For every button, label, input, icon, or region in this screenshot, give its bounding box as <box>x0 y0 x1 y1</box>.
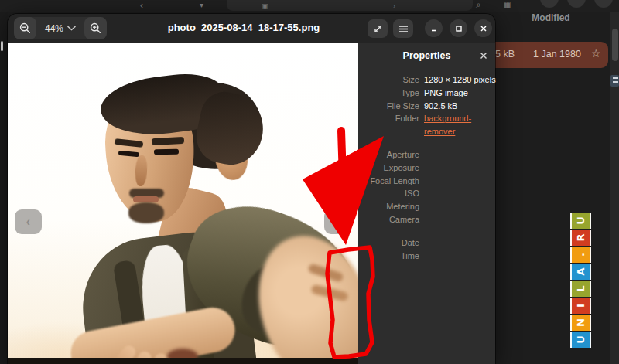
property-label: Size <box>363 73 419 87</box>
close-button[interactable] <box>474 19 492 37</box>
scrollbar-thumb[interactable] <box>612 29 618 61</box>
watermark-letter-block: U <box>570 213 591 229</box>
property-label: Camera <box>363 213 419 226</box>
main-menu-button[interactable] <box>393 19 413 38</box>
photo-canvas[interactable]: ‹ › <box>8 43 358 364</box>
property-label: ISO <box>363 187 419 200</box>
properties-group: DateTime <box>358 236 495 263</box>
minimize-button[interactable] <box>425 19 443 37</box>
partial-file-icon <box>610 75 619 87</box>
file-manager-toolbar: ‹ ▾ ▣ › ⌕ ▦ <box>0 0 619 12</box>
window-title: photo_2025-08-14_18-17-55.png <box>116 22 371 33</box>
watermark-letter: U <box>575 335 587 344</box>
close-icon <box>480 25 487 32</box>
property-label: Time <box>363 250 419 263</box>
chevron-down-icon <box>67 26 76 31</box>
watermark-letter: U <box>575 216 587 225</box>
property-label: Exposure <box>363 162 419 175</box>
property-label: Date <box>363 236 419 250</box>
back-icon[interactable]: ‹ <box>140 1 143 10</box>
file-modified-cell: 1 Jan 1980 <box>533 49 581 60</box>
property-value <box>424 213 494 226</box>
grid-view-icon[interactable]: ▦ <box>504 0 511 9</box>
maximize-button[interactable] <box>450 19 467 37</box>
window-button[interactable] <box>567 0 586 8</box>
watermark-letter-block: L <box>570 281 591 297</box>
watermark-letter: R <box>575 233 587 241</box>
star-icon[interactable]: ☆ <box>591 47 601 60</box>
image-viewer-window: 44% photo_2025-08-14_18-17-55.png <box>8 14 495 364</box>
property-value <box>424 148 494 162</box>
man-lips <box>133 196 159 202</box>
watermark-letter-block: A <box>570 264 591 280</box>
property-value <box>424 175 494 188</box>
chevron-right-icon: › <box>336 215 340 229</box>
property-value <box>424 187 494 200</box>
property-value: 1280 × 1280 pixels <box>424 73 496 87</box>
properties-rows: Size1280 × 1280 pixelsTypePNG imageFile … <box>358 73 495 262</box>
address-bar[interactable]: ▣ › <box>227 0 473 11</box>
fullscreen-button[interactable] <box>368 19 388 38</box>
man-eye-right <box>154 149 179 155</box>
watermark-letter-block: R <box>570 230 591 246</box>
window-button[interactable] <box>594 0 613 8</box>
watermark-letter: L <box>575 285 587 291</box>
viewer-content: ‹ › Properties Size1280 × 1280 pixelsTyp… <box>8 43 495 364</box>
watermark-letter-block: . <box>570 247 591 263</box>
property-value-folder-link[interactable]: background-remover <box>424 112 495 138</box>
properties-group: Size1280 × 1280 pixelsTypePNG imageFile … <box>358 73 495 138</box>
scrollbar-track[interactable] <box>610 12 619 364</box>
watermark-letter: . <box>575 253 587 257</box>
maximize-icon <box>455 25 463 32</box>
watermark-letter: N <box>575 318 587 327</box>
watermark-letter-block: N <box>570 315 591 331</box>
properties-close-button[interactable] <box>477 49 491 63</box>
properties-header: Properties <box>358 43 495 64</box>
properties-group: ApertureExposureFocal LengthISOMeteringC… <box>358 148 495 226</box>
watermark-letter: A <box>575 267 587 275</box>
property-label: Type <box>363 87 419 100</box>
property-label: Focal Length <box>363 175 419 188</box>
property-value: 902.5 kB <box>424 100 496 113</box>
close-icon <box>480 52 487 60</box>
property-label: Metering <box>363 200 419 213</box>
expand-icon <box>373 24 383 34</box>
photo-bottom-dark-edge <box>8 358 358 364</box>
minimize-icon <box>430 25 438 32</box>
left-scroll-indicator <box>1 41 3 51</box>
property-value <box>424 200 494 213</box>
properties-title: Properties <box>358 50 495 61</box>
previous-image-button[interactable]: ‹ <box>15 209 42 234</box>
properties-panel: Properties Size1280 × 1280 pixelsTypePNG… <box>358 43 495 364</box>
zoom-controls: 44% <box>14 17 107 39</box>
zoom-level-dropdown[interactable]: 44% <box>36 23 84 34</box>
watermark-letter-block: I <box>570 298 591 314</box>
folder-icon: ▣ <box>262 2 268 11</box>
property-label: File Size <box>363 100 419 113</box>
zoom-out-button[interactable] <box>14 17 36 39</box>
man-goatee <box>128 202 164 223</box>
property-value <box>424 162 494 175</box>
search-icon[interactable]: ⌕ <box>476 0 481 9</box>
watermark-letter: I <box>575 304 587 308</box>
zoom-in-button[interactable] <box>84 17 107 39</box>
window-button[interactable] <box>540 0 559 8</box>
hamburger-menu-icon <box>398 25 409 33</box>
property-value <box>424 236 494 250</box>
toolbar-divider <box>525 2 525 10</box>
watermark-letter-block: U <box>570 332 591 348</box>
screen: ‹ ▾ ▣ › ⌕ ▦ Modified 5 kB 1 Jan 1980 ☆ U… <box>0 0 619 364</box>
magnifier-plus-icon <box>90 22 101 34</box>
chevron-left-icon: ‹ <box>26 215 30 229</box>
path-separator-icon: › <box>393 2 395 11</box>
modified-column-header[interactable]: Modified <box>512 12 590 23</box>
next-image-button[interactable]: › <box>324 209 351 234</box>
toolbar-icon[interactable]: ▾ <box>200 1 203 10</box>
zoom-level-value: 44% <box>45 23 63 34</box>
magnifier-minus-icon <box>19 22 31 34</box>
property-label: Folder <box>363 112 419 138</box>
background-left-edge <box>0 12 8 364</box>
viewer-titlebar[interactable]: 44% photo_2025-08-14_18-17-55.png <box>8 14 495 43</box>
property-value: PNG image <box>424 87 496 100</box>
property-value <box>424 250 494 263</box>
